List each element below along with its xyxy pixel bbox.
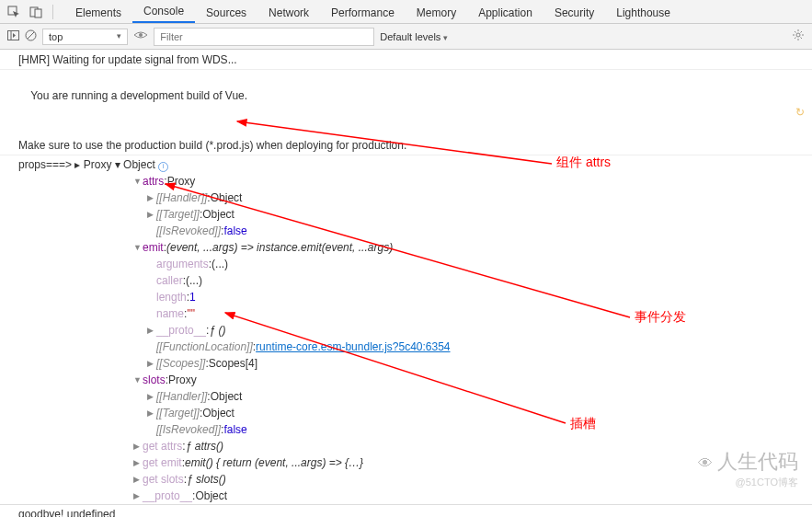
tree-node[interactable]: __proto__: ƒ () — [0, 322, 812, 339]
panel-tabs: Elements Console Sources Network Perform… — [64, 0, 681, 23]
tree-node[interactable]: get attrs: ƒ attrs() — [0, 438, 812, 454]
tree-node[interactable]: __proto__: Object — [0, 488, 812, 504]
tree-node[interactable]: [[Scopes]]: Scopes[4] — [0, 355, 812, 372]
settings-gear-icon[interactable] — [792, 29, 805, 44]
tab-security[interactable]: Security — [543, 2, 605, 23]
tree-node[interactable]: [[Target]]: Object — [0, 405, 812, 421]
svg-point-7 — [139, 33, 143, 37]
tab-lighthouse[interactable]: Lighthouse — [605, 2, 681, 23]
tree-node[interactable]: get slots: ƒ slots() — [0, 471, 812, 488]
annotation-label: 组件 attrs — [556, 155, 611, 171]
clear-console-icon[interactable] — [25, 29, 37, 44]
tab-network[interactable]: Network — [257, 2, 320, 23]
info-icon[interactable]: i — [158, 162, 168, 172]
tree-node[interactable]: [[Target]]: Object — [0, 206, 812, 223]
tree-node[interactable]: [[IsRevoked]]: false — [0, 223, 812, 239]
tree-node[interactable]: name: "" — [0, 305, 812, 322]
tab-console[interactable]: Console — [132, 0, 195, 23]
annotation-label: 插槽 — [570, 416, 596, 432]
watermark: 👁 人生代码 @51CTO博客 — [698, 448, 799, 489]
source-link[interactable]: runtime-core.esm-bundler.js?5c40:6354 — [256, 339, 450, 355]
tab-sources[interactable]: Sources — [195, 2, 257, 23]
divider — [52, 5, 53, 19]
svg-line-6 — [28, 32, 34, 39]
tree-node[interactable]: [[Handler]]: Object — [0, 388, 812, 405]
context-selector[interactable]: top — [42, 29, 128, 45]
tree-node[interactable]: length: 1 — [0, 289, 812, 305]
tree-node[interactable]: arguments: (...) — [0, 256, 812, 272]
tree-node[interactable]: caller: (...) — [0, 272, 812, 289]
tree-node[interactable]: get emit: emit() { return (event, ...arg… — [0, 454, 812, 471]
warning-icon: ↻ — [795, 104, 805, 121]
tab-elements[interactable]: Elements — [64, 2, 132, 23]
log-line[interactable]: props===> ▸ Proxy ▾ Object i — [0, 156, 812, 173]
log-line: goodbye! undefined — [0, 504, 812, 517]
log-line: [HMR] Waiting for update signal from WDS… — [0, 52, 812, 68]
tree-node[interactable]: [[FunctionLocation]]: runtime-core.esm-b… — [0, 339, 812, 355]
tab-performance[interactable]: Performance — [320, 2, 406, 23]
device-toggle-icon[interactable] — [27, 3, 45, 21]
tree-node-slots[interactable]: slots: Proxy — [0, 372, 812, 388]
tree-node[interactable]: [[IsRevoked]]: false — [0, 421, 812, 438]
tab-application[interactable]: Application — [467, 2, 543, 23]
live-expression-icon[interactable] — [133, 29, 148, 43]
annotation-label: 事件分发 — [635, 309, 686, 326]
tree-node[interactable]: [[Handler]]: Object — [0, 190, 812, 206]
inspect-icon[interactable] — [5, 3, 23, 21]
svg-rect-2 — [35, 9, 41, 17]
console-subbar: top Default levels — [0, 24, 812, 50]
console-output: [HMR] Waiting for update signal from WDS… — [0, 50, 812, 504]
log-line: You are running a development build of V… — [0, 71, 812, 137]
tree-node-emit[interactable]: emit: (event, ...args) => instance.emit(… — [0, 239, 812, 256]
devtools-toolbar: Elements Console Sources Network Perform… — [0, 0, 812, 24]
tab-memory[interactable]: Memory — [406, 2, 467, 23]
tree-node-attrs[interactable]: attrs: Proxy — [0, 173, 812, 190]
filter-input[interactable] — [154, 28, 374, 46]
svg-point-8 — [796, 33, 800, 37]
log-line: Make sure to use the production build (*… — [0, 137, 812, 154]
sidebar-toggle-icon[interactable] — [7, 29, 19, 44]
log-levels-selector[interactable]: Default levels — [380, 31, 448, 42]
